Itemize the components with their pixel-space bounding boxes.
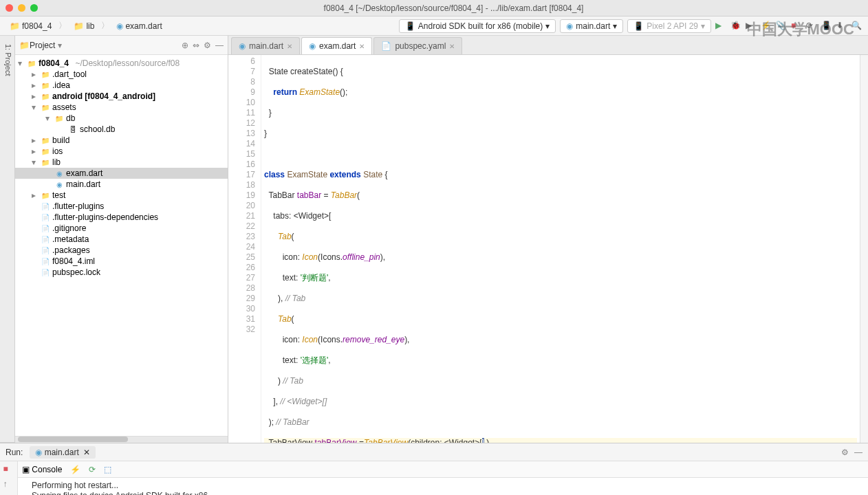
restart-icon[interactable]: ⟳	[89, 465, 96, 474]
attach-icon[interactable]: 📎	[776, 21, 787, 32]
hide-icon[interactable]: —	[215, 41, 224, 50]
tree-item[interactable]: ▸📁.idea	[15, 80, 228, 91]
console-tabs: ▣ Console ⚡ ⟳ ⬚	[18, 461, 868, 478]
gear-icon[interactable]: ⚙	[841, 448, 849, 457]
tree-root[interactable]: ▾📁f0804_4 ~/Desktop/lesson/source/f08	[15, 58, 228, 69]
run-config-selector[interactable]: ◉main.dart▾	[560, 19, 623, 33]
run-panel: Run: ◉ main.dart ✕ ⚙ — ■ ↑ ↓ ↲ ▤ 🖶 ▣ Con…	[0, 443, 868, 495]
run-toolbar: ■ ↑ ↓ ↲ ▤ 🖶	[0, 461, 18, 495]
panel-title: Project	[30, 41, 55, 50]
tree-item[interactable]: 📄.flutter-plugins-dependencies	[15, 212, 228, 223]
tree-item[interactable]: ▾📁db	[15, 113, 228, 124]
editor-tabs: ◉main.dart✕ ◉exam.dart✕ 📄pubspec.yaml✕	[228, 36, 868, 55]
run-icon[interactable]: ▶	[715, 21, 726, 32]
tree-item[interactable]: ▾📁assets	[15, 102, 228, 113]
tree-item[interactable]: 🗄school.db	[15, 124, 228, 135]
open-devtools-icon[interactable]: ⬚	[104, 465, 111, 474]
target-icon[interactable]: ⊕	[182, 41, 188, 50]
dropdown-icon[interactable]: ▾	[58, 41, 62, 50]
search-icon[interactable]: 🔍	[851, 21, 862, 32]
breadcrumb-folder[interactable]: 📁lib	[69, 20, 98, 32]
avd-icon[interactable]: 📱	[821, 21, 832, 32]
editor-scrollbar[interactable]	[860, 55, 868, 443]
breadcrumb-sep: 〉	[101, 20, 109, 32]
editor-tab-exam[interactable]: ◉exam.dart✕	[301, 37, 372, 54]
window-title: f0804_4 [~/Desktop/lesson/source/f0804_4…	[45, 3, 862, 13]
run-file-chip[interactable]: ◉ main.dart ✕	[30, 446, 96, 459]
gear-icon[interactable]: ⚙	[204, 41, 211, 50]
code-editor[interactable]: 6789101112131415161718192021222324252627…	[228, 55, 868, 443]
stop-icon[interactable]: ■	[3, 464, 14, 475]
coverage-icon[interactable]: ▶	[746, 21, 757, 32]
console-tab[interactable]: ▣ Console	[22, 465, 62, 474]
line-gutter: 6789101112131415161718192021222324252627…	[228, 55, 261, 443]
hide-icon[interactable]: —	[854, 448, 862, 457]
tree-item[interactable]: 📄f0804_4.iml	[15, 256, 228, 267]
tree-item[interactable]: ▸📁ios	[15, 146, 228, 157]
left-tool-tabs: 1: Project Resource Manager Layout Captu…	[0, 36, 15, 443]
run-header: Run: ◉ main.dart ✕ ⚙ —	[0, 443, 868, 461]
tree-item[interactable]: ▸📁test	[15, 190, 228, 201]
tab-project[interactable]: 1: Project	[2, 36, 14, 443]
sync-icon[interactable]: ⟳	[806, 21, 817, 32]
hot-reload-icon[interactable]: ⚡	[761, 21, 772, 32]
debug-icon[interactable]: 🐞	[730, 21, 741, 32]
main-area: 1: Project Resource Manager Layout Captu…	[0, 36, 868, 443]
tree-item[interactable]: ▸📁build	[15, 135, 228, 146]
tree-item[interactable]: ▸📁android [f0804_4_android]	[15, 91, 228, 102]
close-icon[interactable]: ✕	[359, 43, 365, 50]
emulator-selector[interactable]: 📱Pixel 2 API 29▾	[627, 19, 711, 33]
tree-item[interactable]: 📄.metadata	[15, 234, 228, 245]
breadcrumb-bar: 📁f0804_4 〉 📁lib 〉 ◉exam.dart 📱Android SD…	[0, 16, 868, 36]
breadcrumb-sep: 〉	[58, 20, 67, 32]
minimize-window[interactable]	[18, 4, 25, 12]
stop-icon[interactable]: ■	[791, 21, 802, 32]
tree-scrollbar[interactable]	[15, 436, 228, 443]
tree-item[interactable]: 📄.packages	[15, 245, 228, 256]
folder-icon: 📁	[19, 41, 30, 50]
tree-item[interactable]: 📄pubspec.lock	[15, 267, 228, 278]
project-panel-header: 📁 Project ▾ ⊕ ⇔ ⚙ —	[15, 36, 228, 55]
collapse-icon[interactable]: ⇔	[193, 41, 199, 50]
editor-tab-pubspec[interactable]: 📄pubspec.yaml✕	[373, 37, 462, 54]
breadcrumb-file[interactable]: ◉exam.dart	[112, 20, 166, 32]
up-icon[interactable]: ↑	[3, 479, 14, 490]
breadcrumb-project[interactable]: 📁f0804_4	[6, 20, 56, 32]
close-window[interactable]	[6, 4, 13, 12]
close-icon[interactable]: ✕	[287, 43, 292, 50]
close-icon[interactable]: ✕	[449, 43, 455, 50]
tree-item[interactable]: 📄.gitignore	[15, 223, 228, 234]
tree-item[interactable]: ▸📁.dart_tool	[15, 69, 228, 80]
project-tree[interactable]: ▾📁f0804_4 ~/Desktop/lesson/source/f08 ▸📁…	[15, 55, 228, 436]
code-content[interactable]: State createState() { return ExamState()…	[261, 55, 860, 443]
titlebar: f0804_4 [~/Desktop/lesson/source/f0804_4…	[0, 0, 868, 16]
console-area: ▣ Console ⚡ ⟳ ⬚ Performing hot restart..…	[18, 461, 868, 495]
tree-item-exam[interactable]: ◉exam.dart	[15, 168, 228, 179]
device-selector[interactable]: 📱Android SDK built for x86 (mobile)▾	[399, 19, 556, 33]
editor-area: ◉main.dart✕ ◉exam.dart✕ 📄pubspec.yaml✕ 6…	[228, 36, 868, 443]
maximize-window[interactable]	[30, 4, 38, 12]
run-label: Run:	[6, 448, 23, 457]
project-panel: 📁 Project ▾ ⊕ ⇔ ⚙ — ▾📁f0804_4 ~/Desktop/…	[15, 36, 228, 443]
tab-resource-manager[interactable]: Resource Manager	[0, 36, 2, 443]
sdk-icon[interactable]: ⬇	[836, 21, 847, 32]
tree-item[interactable]: ▾📁lib	[15, 157, 228, 168]
window-controls	[6, 4, 38, 12]
editor-tab-main[interactable]: ◉main.dart✕	[231, 37, 300, 54]
hot-reload-icon[interactable]: ⚡	[70, 465, 80, 474]
tree-item-main[interactable]: ◉main.dart	[15, 179, 228, 190]
console-output[interactable]: Performing hot restart... Syncing files …	[18, 478, 868, 495]
tree-item[interactable]: 📄.flutter-plugins	[15, 201, 228, 212]
